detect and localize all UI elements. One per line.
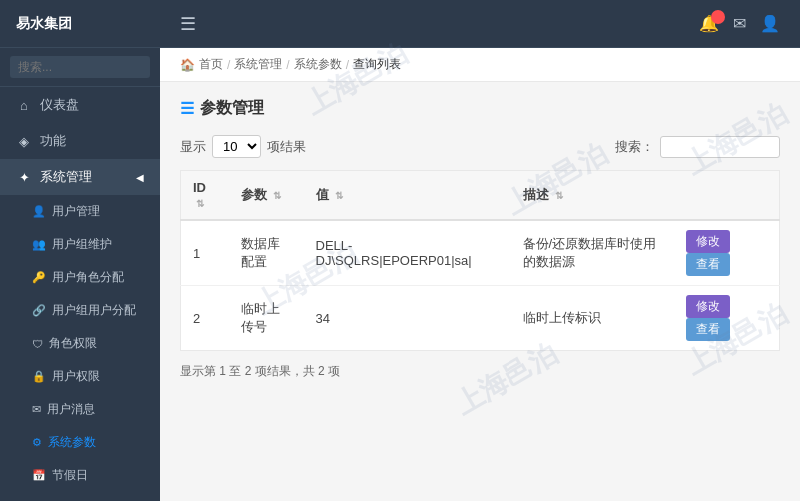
topbar-right: 🔔 ✉ 👤 (699, 14, 780, 33)
content-area: 🏠 首页 / 系统管理 / 系统参数 / 查询列表 ☰ 参数管理 显示 10 2… (160, 48, 800, 501)
sidebar-item-label: 用户组用户分配 (52, 302, 136, 319)
hamburger-icon[interactable]: ☰ (180, 13, 196, 35)
cell-param: 临时上传号 (229, 286, 304, 351)
sidebar-item-label: 系统管理 (40, 168, 92, 186)
cell-actions: 修改 查看 (674, 286, 779, 351)
breadcrumb-system[interactable]: 系统管理 (234, 56, 282, 73)
edit-button[interactable]: 修改 (686, 230, 730, 253)
sort-icon-param: ⇅ (273, 190, 281, 201)
message-icon[interactable]: ✉ (733, 14, 746, 33)
col-actions (674, 171, 779, 221)
user-icon[interactable]: 👤 (760, 14, 780, 33)
topbar-left: ☰ (180, 13, 196, 35)
menu-icon: ⌂ (16, 98, 32, 113)
sidebar-item-role-assign[interactable]: 🔑用户角色分配 (0, 261, 160, 294)
cell-desc: 临时上传标识 (511, 286, 675, 351)
show-count-select[interactable]: 10 25 50 (212, 135, 261, 158)
sidebar-item-label: 功能 (40, 132, 66, 150)
sidebar-search-area (0, 48, 160, 87)
notification-icon[interactable]: 🔔 (699, 14, 719, 33)
chevron-icon: ◀ (136, 172, 144, 183)
menu-icon: ✦ (16, 170, 32, 185)
menu-icon: ⚙ (32, 436, 42, 449)
sidebar-item-dashboard[interactable]: ⌂仪表盘 (0, 87, 160, 123)
menu-icon: 👥 (32, 238, 46, 251)
title-text: 参数管理 (200, 98, 264, 119)
sidebar-item-label: 用户组维护 (52, 236, 112, 253)
menu-icon: 🔒 (32, 370, 46, 383)
toolbar-left: 显示 10 25 50 项结果 (180, 135, 306, 158)
toolbar: 显示 10 25 50 项结果 搜索： (180, 135, 780, 158)
sort-icon-desc: ⇅ (555, 190, 563, 201)
edit-button[interactable]: 修改 (686, 295, 730, 318)
cell-value: DELL-DJ\SQLRS|EPOERP01|sa| (304, 220, 511, 286)
search-input[interactable] (10, 56, 150, 78)
items-label: 项结果 (267, 138, 306, 156)
breadcrumb-sysparam[interactable]: 系统参数 (294, 56, 342, 73)
sidebar-menu: ⌂仪表盘◈功能✦系统管理◀👤用户管理👥用户组维护🔑用户角色分配🔗用户组用户分配🛡… (0, 87, 160, 501)
sidebar-item-label: 节假日 (52, 467, 88, 484)
cell-param: 数据库配置 (229, 220, 304, 286)
breadcrumb-current: 查询列表 (353, 56, 401, 73)
col-value: 值 ⇅ (304, 171, 511, 221)
page-title: ☰ 参数管理 (180, 98, 780, 119)
data-table: ID ⇅ 参数 ⇅ 值 ⇅ 描述 ⇅ 1 数据库配置 DELL-DJ\SQLRS… (180, 170, 780, 351)
menu-icon: 🛡 (32, 338, 43, 350)
cell-id: 1 (181, 220, 229, 286)
breadcrumb-home[interactable]: 首页 (199, 56, 223, 73)
sidebar-item-label: 系统参数 (48, 434, 96, 451)
cell-actions: 修改 查看 (674, 220, 779, 286)
sidebar-item-holiday[interactable]: 📅节假日 (0, 459, 160, 492)
page-body: ☰ 参数管理 显示 10 25 50 项结果 搜索： (160, 82, 800, 396)
menu-icon: ✉ (32, 403, 41, 416)
sidebar-item-system[interactable]: ✦系统管理◀ (0, 159, 160, 195)
menu-icon: 🔗 (32, 304, 46, 317)
sidebar-item-group-assign[interactable]: 🔗用户组用户分配 (0, 294, 160, 327)
col-param: 参数 ⇅ (229, 171, 304, 221)
topbar: ☰ 🔔 ✉ 👤 (160, 0, 800, 48)
sidebar-item-label: 用户管理 (52, 203, 100, 220)
search-label: 搜索： (615, 138, 654, 156)
sidebar-item-sys-param[interactable]: ⚙系统参数 (0, 426, 160, 459)
show-label: 显示 (180, 138, 206, 156)
col-id: ID ⇅ (181, 171, 229, 221)
menu-icon: ◈ (16, 134, 32, 149)
sidebar-logo: 易水集团 (0, 0, 160, 48)
table-row: 2 临时上传号 34 临时上传标识 修改 查看 (181, 286, 780, 351)
col-desc: 描述 ⇅ (511, 171, 675, 221)
sidebar-item-user-msg[interactable]: ✉用户消息 (0, 393, 160, 426)
view-button[interactable]: 查看 (686, 318, 730, 341)
sidebar-item-label: 用户角色分配 (52, 269, 124, 286)
sidebar-item-label: 用户消息 (47, 401, 95, 418)
sidebar-item-label: 仪表盘 (40, 96, 79, 114)
search-input-main[interactable] (660, 136, 780, 158)
sidebar-item-group-mgmt[interactable]: 👥用户组维护 (0, 228, 160, 261)
menu-icon: 🔑 (32, 271, 46, 284)
sidebar-item-label: 用户权限 (52, 368, 100, 385)
cell-desc: 备份/还原数据库时使用的数据源 (511, 220, 675, 286)
view-button[interactable]: 查看 (686, 253, 730, 276)
main-area: ☰ 🔔 ✉ 👤 🏠 首页 / 系统管理 / 系统参数 / 查询列表 ☰ 参数管理 (160, 0, 800, 501)
cell-id: 2 (181, 286, 229, 351)
sidebar-item-user-perm[interactable]: 🔒用户权限 (0, 360, 160, 393)
notification-badge (711, 10, 725, 24)
sidebar-item-role-perm[interactable]: 🛡角色权限 (0, 327, 160, 360)
cell-value: 34 (304, 286, 511, 351)
sidebar: 易水集团 ⌂仪表盘◈功能✦系统管理◀👤用户管理👥用户组维护🔑用户角色分配🔗用户组… (0, 0, 160, 501)
table-header-row: ID ⇅ 参数 ⇅ 值 ⇅ 描述 ⇅ (181, 171, 780, 221)
sidebar-item-functions[interactable]: ◈功能 (0, 123, 160, 159)
home-icon: 🏠 (180, 58, 195, 72)
sort-icon-id: ⇅ (196, 198, 204, 209)
sidebar-item-db-mgmt[interactable]: 🗄数据库管理 (0, 492, 160, 501)
logo-text: 易水集团 (16, 15, 72, 33)
table-row: 1 数据库配置 DELL-DJ\SQLRS|EPOERP01|sa| 备份/还原… (181, 220, 780, 286)
title-icon: ☰ (180, 99, 194, 118)
menu-icon: 📅 (32, 469, 46, 482)
sidebar-item-label: 角色权限 (49, 335, 97, 352)
breadcrumb: 🏠 首页 / 系统管理 / 系统参数 / 查询列表 (160, 48, 800, 82)
toolbar-right: 搜索： (615, 136, 780, 158)
sidebar-item-user-mgmt[interactable]: 👤用户管理 (0, 195, 160, 228)
pagination-info: 显示第 1 至 2 项结果，共 2 项 (180, 363, 780, 380)
sort-icon-value: ⇅ (335, 190, 343, 201)
menu-icon: 👤 (32, 205, 46, 218)
